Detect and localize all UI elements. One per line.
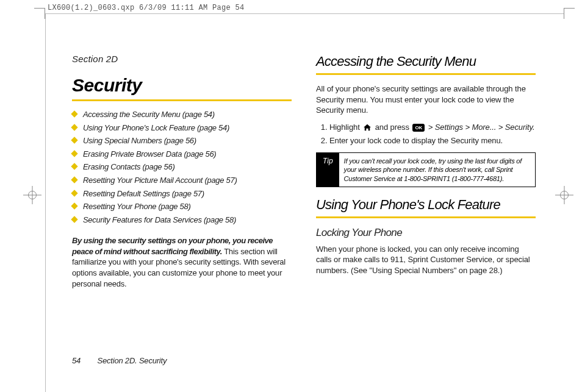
page-footer: 54 Section 2D. Security	[72, 356, 167, 365]
tip-box: Tip If you can't recall your lock code, …	[316, 152, 536, 187]
registration-mark-left	[23, 186, 41, 204]
footer-label: Section 2D. Security	[97, 356, 167, 365]
toc-item: Erasing Private Browser Data (page 56)	[72, 149, 292, 159]
intro-paragraph: By using the security settings on your p…	[72, 235, 292, 289]
left-column: Section 2D Security Accessing the Securi…	[72, 54, 292, 358]
diamond-icon	[71, 202, 77, 209]
heading-lock-feature: Using Your Phone's Lock Feature	[316, 197, 536, 213]
toc-item: Accessing the Security Menu (page 54)	[72, 110, 292, 119]
toc-text: Erasing Contacts (page 56)	[83, 162, 174, 172]
section-label: Section 2D	[72, 54, 292, 64]
step1-path: > Settings > More... > Security.	[428, 123, 535, 132]
heading-underline	[316, 216, 536, 218]
page-content: Section 2D Security Accessing the Securi…	[72, 54, 536, 358]
toc-item: Erasing Contacts (page 56)	[72, 162, 292, 172]
page-number: 54	[72, 356, 81, 365]
steps-list: Highlight and press OK > Settings > More…	[316, 122, 536, 146]
toc-text: Using Special Numbers (page 56)	[83, 136, 196, 146]
step1-text-a: Highlight	[329, 123, 362, 132]
step1-text-b: and press	[375, 123, 412, 132]
registration-mark-right	[555, 186, 573, 204]
diamond-icon	[71, 124, 77, 130]
paragraph-intro: All of your phone's security settings ar…	[316, 84, 536, 116]
crop-mark-top-right	[564, 2, 575, 13]
toc-text: Erasing Private Browser Data (page 56)	[83, 149, 216, 159]
toc-item: Resetting Default Settings (page 57)	[72, 189, 292, 199]
right-column: Accessing the Security Menu All of your …	[316, 54, 536, 358]
toc-text: Resetting Default Settings (page 57)	[83, 189, 204, 199]
toc-item: Using Special Numbers (page 56)	[72, 136, 292, 146]
heading-accessing: Accessing the Security Menu	[316, 54, 536, 69]
toc-text: Resetting Your Picture Mail Account (pag…	[83, 176, 237, 185]
home-icon	[363, 124, 372, 131]
toc-text: Resetting Your Phone (page 58)	[83, 202, 191, 212]
toc-text: Security Features for Data Services (pag…	[83, 215, 236, 225]
crop-rule-left	[45, 13, 46, 392]
paragraph-locking: When your phone is locked, you can only …	[316, 244, 536, 276]
diamond-icon	[71, 190, 77, 196]
title-underline	[72, 99, 292, 101]
subheading-locking: Locking Your Phone	[316, 227, 536, 239]
heading-underline	[316, 73, 536, 75]
page-title: Security	[72, 75, 292, 96]
diamond-icon	[71, 163, 77, 170]
diamond-icon	[71, 150, 77, 157]
step-1: Highlight and press OK > Settings > More…	[329, 122, 536, 133]
toc-text: Accessing the Security Menu (page 54)	[83, 110, 215, 119]
step-2: Enter your lock code to display the Secu…	[329, 135, 536, 146]
toc-text: Using Your Phone's Lock Feature (page 54…	[83, 123, 229, 133]
diamond-icon	[71, 176, 77, 183]
toc-item: Using Your Phone's Lock Feature (page 54…	[72, 123, 292, 133]
table-of-contents: Accessing the Security Menu (page 54) Us…	[72, 110, 292, 224]
diamond-icon	[71, 137, 77, 144]
toc-item: Resetting Your Picture Mail Account (pag…	[72, 176, 292, 185]
tip-label: Tip	[317, 153, 339, 187]
tip-body: If you can't recall your lock code, try …	[339, 153, 535, 187]
crop-mark-top-left	[34, 2, 45, 13]
ok-icon: OK	[412, 124, 425, 132]
diamond-icon	[71, 110, 77, 117]
toc-item: Security Features for Data Services (pag…	[72, 215, 292, 225]
print-slug: LX600(1.2)_0603.qxp 6/3/09 11:11 AM Page…	[48, 4, 245, 12]
diamond-icon	[71, 216, 77, 223]
toc-item: Resetting Your Phone (page 58)	[72, 202, 292, 212]
crop-rule-top	[45, 13, 564, 14]
